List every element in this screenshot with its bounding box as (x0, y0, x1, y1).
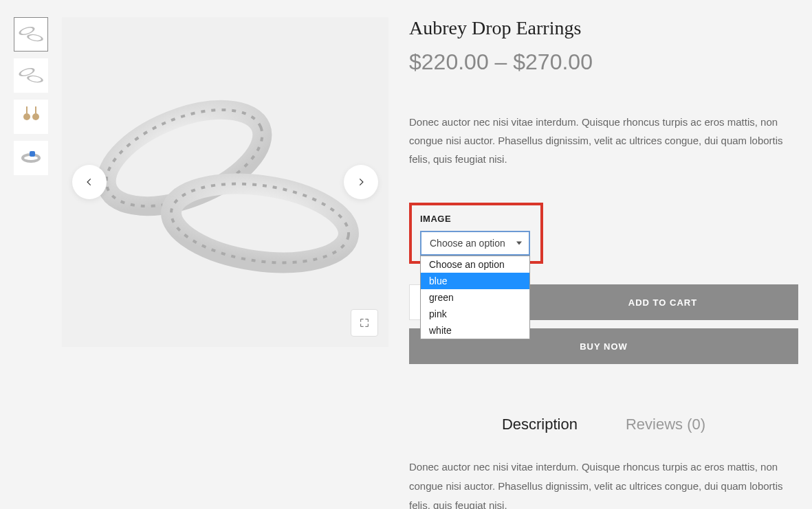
thumbnail-3[interactable] (14, 100, 48, 134)
tab-description[interactable]: Description (502, 416, 578, 433)
product-tabs: Description Reviews (0) (409, 416, 798, 433)
main-product-image (62, 17, 388, 347)
product-short-description: Donec auctor nec nisi vitae interdum. Qu… (409, 113, 798, 168)
svg-point-2 (166, 173, 353, 273)
gallery-prev-button[interactable] (72, 165, 107, 199)
variation-option-blue[interactable]: blue (421, 273, 529, 289)
variation-highlight-box: IMAGE Choose an option Choose an option … (409, 203, 543, 264)
variation-option-white[interactable]: white (421, 322, 529, 339)
description-content: Donec auctor nec nisi vitae interdum. Qu… (409, 457, 798, 509)
variation-select[interactable]: Choose an option (420, 231, 530, 256)
zoom-button[interactable] (351, 309, 378, 337)
thumbnail-4[interactable] (14, 141, 48, 175)
add-to-cart-button[interactable]: ADD TO CART (527, 284, 798, 320)
variation-dropdown: Choose an option blue green pink white (420, 256, 530, 339)
variation-select-wrap: Choose an option Choose an option blue g… (420, 231, 532, 256)
product-price: $220.00 – $270.00 (409, 49, 798, 75)
thumbnail-list (14, 17, 48, 509)
product-title: Aubrey Drop Earrings (409, 17, 798, 39)
thumbnail-1[interactable] (14, 17, 48, 52)
thumbnail-2[interactable] (14, 58, 48, 93)
rings-icon (19, 23, 43, 46)
chevron-left-icon (85, 177, 94, 187)
product-rings-illustration (88, 69, 363, 295)
tab-reviews[interactable]: Reviews (0) (626, 416, 705, 433)
gallery-column (14, 17, 388, 509)
product-details: Aubrey Drop Earrings $220.00 – $270.00 D… (409, 17, 798, 509)
product-page: Aubrey Drop Earrings $220.00 – $270.00 D… (14, 17, 798, 509)
chevron-right-icon (356, 177, 366, 187)
variation-option-green[interactable]: green (421, 289, 529, 306)
rings-icon (19, 64, 43, 87)
gem-ring-icon (21, 153, 41, 163)
gallery-next-button[interactable] (344, 165, 378, 199)
earrings-icon (23, 113, 39, 120)
variation-label: IMAGE (420, 214, 532, 224)
expand-icon (359, 317, 370, 328)
variation-option-pink[interactable]: pink (421, 306, 529, 322)
variation-selected-value: Choose an option (430, 238, 505, 249)
variation-option-placeholder[interactable]: Choose an option (421, 256, 529, 273)
